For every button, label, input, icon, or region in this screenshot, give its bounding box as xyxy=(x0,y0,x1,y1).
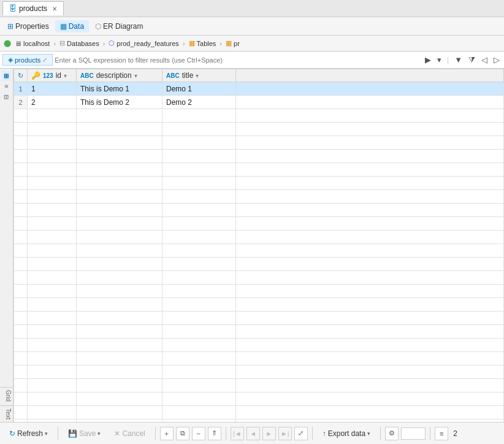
table-row[interactable]: 2 2 This is Demo 2 Demo 2 xyxy=(14,96,504,109)
filter-input[interactable] xyxy=(55,56,421,64)
table-row[interactable] xyxy=(14,339,504,352)
table-row[interactable] xyxy=(14,352,504,366)
filter-funnel-button[interactable]: ⧩ xyxy=(467,55,477,66)
text-view-button[interactable]: ≡ xyxy=(2,82,11,91)
col-description-label: description xyxy=(96,71,132,80)
tab-close-button[interactable]: ✕ xyxy=(52,6,57,12)
cell-title-empty xyxy=(162,406,236,419)
cell-desc-empty xyxy=(77,231,162,244)
nav-duplicate-button[interactable]: ⧉ xyxy=(176,427,189,440)
cell-desc-empty xyxy=(77,285,162,298)
cell-title-empty xyxy=(162,136,236,150)
sort-icon-desc: ▾ xyxy=(134,72,137,79)
grid-view-button[interactable]: ⊞ xyxy=(2,71,11,81)
cell-title-empty xyxy=(162,231,236,244)
filter-table-tab[interactable]: ◈ products ⤢ xyxy=(2,54,53,66)
table-row[interactable] xyxy=(14,366,504,379)
cancel-button[interactable]: ✕ Cancel xyxy=(109,427,150,440)
cell-description[interactable]: This is Demo 1 xyxy=(77,82,162,96)
cell-title-empty xyxy=(162,177,236,190)
table-row[interactable] xyxy=(14,244,504,258)
cell-id-empty xyxy=(28,150,77,163)
cell-id-empty xyxy=(28,217,77,231)
table-row[interactable] xyxy=(14,123,504,136)
table-row[interactable] xyxy=(14,285,504,298)
col-header-description[interactable]: ABC description ▾ xyxy=(77,69,162,82)
cell-title[interactable]: Demo 2 xyxy=(162,96,236,109)
nav-prev-button[interactable]: ◄ xyxy=(246,427,260,440)
side-panel: ⊞ ≡ ⊟ Grid Text xyxy=(0,69,13,422)
cell-id[interactable]: 2 xyxy=(28,96,77,109)
table-row[interactable] xyxy=(14,217,504,231)
conn-sep1: › xyxy=(53,40,56,47)
cell-extra-empty xyxy=(236,231,504,244)
refresh-button[interactable]: ↻ Refresh ▾ xyxy=(4,427,53,440)
er-diagram-tab-button[interactable]: ⬡ ER Diagram xyxy=(90,20,148,33)
table-row[interactable] xyxy=(14,271,504,285)
products-tab[interactable]: 🗄 products ✕ xyxy=(2,1,64,15)
export-dropdown-arrow: ▾ xyxy=(367,431,370,437)
table-row[interactable] xyxy=(14,109,504,123)
filter-run-button[interactable]: ▶ xyxy=(423,55,433,65)
cell-title[interactable]: Demo 1 xyxy=(162,82,236,96)
filter-options-button[interactable]: ▼ xyxy=(452,55,464,65)
data-tab-button[interactable]: ▦ Data xyxy=(55,20,89,33)
cell-title-empty xyxy=(162,325,236,339)
cell-extra-empty xyxy=(236,258,504,271)
cell-id-empty xyxy=(28,177,77,190)
table-row[interactable] xyxy=(14,298,504,312)
settings-button[interactable]: ⚙ xyxy=(385,427,399,440)
export-data-button[interactable]: ↑ Export data ▾ xyxy=(317,427,376,440)
zoom-input[interactable]: 200 xyxy=(401,427,426,440)
cell-description[interactable]: This is Demo 2 xyxy=(77,96,162,109)
cell-id[interactable]: 1 xyxy=(28,82,77,96)
nav-next-button[interactable]: ► xyxy=(262,427,276,440)
tab-label: products xyxy=(19,4,47,13)
filter-dropdown-button[interactable]: ▾ xyxy=(435,55,443,65)
sep2 xyxy=(155,427,156,440)
cell-extra-empty xyxy=(236,379,504,392)
table-row[interactable] xyxy=(14,204,504,217)
nav-add-row-button[interactable]: + xyxy=(160,427,174,440)
row-num-cell: 1 xyxy=(14,82,28,96)
col-header-id[interactable]: 🔑 123 id ▾ xyxy=(28,69,77,82)
cell-extra-empty xyxy=(236,406,504,419)
cell-empty xyxy=(236,96,504,109)
filter-back-button[interactable]: ◁ xyxy=(479,55,489,65)
table-row[interactable] xyxy=(14,406,504,419)
cell-extra-empty xyxy=(236,325,504,339)
table-row[interactable] xyxy=(14,136,504,150)
table-row[interactable]: 1 1 This is Demo 1 Demo 1 xyxy=(14,82,504,96)
data-grid-container[interactable]: ↻ 🔑 123 id ▾ ABC de xyxy=(13,69,504,422)
table-row[interactable] xyxy=(14,163,504,177)
properties-tab-button[interactable]: ⊞ Properties xyxy=(2,20,54,33)
nav-expand-button[interactable]: ⤢ xyxy=(294,427,308,440)
col-header-title[interactable]: ABC title ▾ xyxy=(162,69,236,82)
nav-last-button[interactable]: ►| xyxy=(278,427,292,440)
cell-extra-empty xyxy=(236,217,504,231)
table-row[interactable] xyxy=(14,325,504,339)
table-row[interactable] xyxy=(14,312,504,325)
table-row[interactable] xyxy=(14,379,504,392)
row-num-cell-empty xyxy=(14,217,28,231)
extra-view-button[interactable]: ⊟ xyxy=(2,92,11,102)
row-count-display: 2 xyxy=(453,429,457,438)
filter-forward-button[interactable]: ▷ xyxy=(492,55,502,65)
key-icon: 🔑 xyxy=(31,71,40,80)
table-row[interactable] xyxy=(14,190,504,204)
row-num-cell-empty xyxy=(14,258,28,271)
cell-id-empty xyxy=(28,136,77,150)
save-button[interactable]: 💾 Save ▾ xyxy=(63,427,106,440)
table-row[interactable] xyxy=(14,258,504,271)
data-table: ↻ 🔑 123 id ▾ ABC de xyxy=(13,69,504,422)
table-row[interactable] xyxy=(14,150,504,163)
nav-first-button[interactable]: |◄ xyxy=(231,427,244,440)
cell-extra-empty xyxy=(236,285,504,298)
table-row[interactable] xyxy=(14,177,504,190)
cell-title-empty xyxy=(162,217,236,231)
nav-move-up-button[interactable]: ⇑ xyxy=(208,427,221,440)
grid-icon: ⊞ xyxy=(3,74,10,78)
nav-delete-button[interactable]: − xyxy=(192,427,205,440)
table-row[interactable] xyxy=(14,231,504,244)
table-row[interactable] xyxy=(14,392,504,406)
